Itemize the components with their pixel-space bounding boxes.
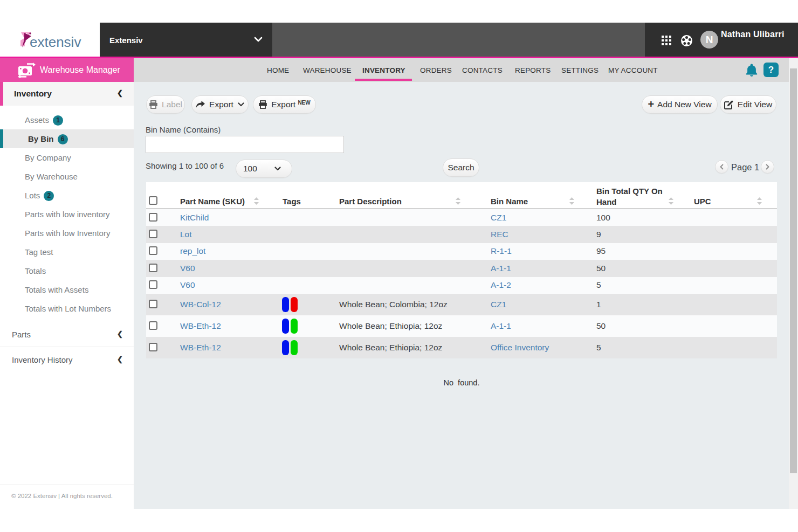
svg-text:extensiv: extensiv	[30, 34, 81, 50]
